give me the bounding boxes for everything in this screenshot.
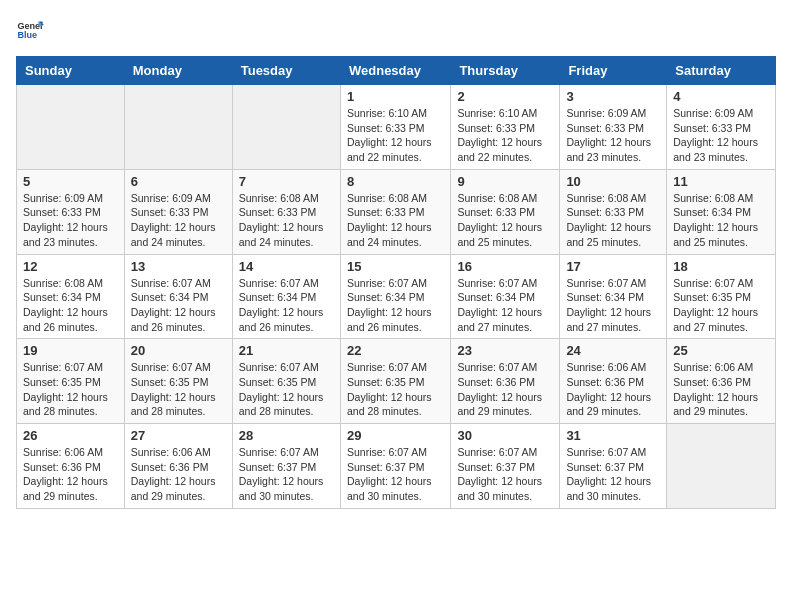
day-info: Sunrise: 6:10 AM Sunset: 6:33 PM Dayligh… — [457, 106, 553, 165]
day-number: 7 — [239, 174, 334, 189]
weekday-header-row: SundayMondayTuesdayWednesdayThursdayFrid… — [17, 57, 776, 85]
calendar-cell: 22Sunrise: 6:07 AM Sunset: 6:35 PM Dayli… — [340, 339, 450, 424]
day-info: Sunrise: 6:06 AM Sunset: 6:36 PM Dayligh… — [673, 360, 769, 419]
day-number: 21 — [239, 343, 334, 358]
calendar-cell: 24Sunrise: 6:06 AM Sunset: 6:36 PM Dayli… — [560, 339, 667, 424]
calendar: SundayMondayTuesdayWednesdayThursdayFrid… — [16, 56, 776, 509]
day-number: 28 — [239, 428, 334, 443]
calendar-cell: 13Sunrise: 6:07 AM Sunset: 6:34 PM Dayli… — [124, 254, 232, 339]
day-info: Sunrise: 6:07 AM Sunset: 6:35 PM Dayligh… — [347, 360, 444, 419]
day-number: 5 — [23, 174, 118, 189]
day-info: Sunrise: 6:07 AM Sunset: 6:37 PM Dayligh… — [457, 445, 553, 504]
day-number: 24 — [566, 343, 660, 358]
weekday-header-saturday: Saturday — [667, 57, 776, 85]
day-number: 3 — [566, 89, 660, 104]
calendar-cell: 10Sunrise: 6:08 AM Sunset: 6:33 PM Dayli… — [560, 169, 667, 254]
day-number: 18 — [673, 259, 769, 274]
day-number: 31 — [566, 428, 660, 443]
calendar-cell: 17Sunrise: 6:07 AM Sunset: 6:34 PM Dayli… — [560, 254, 667, 339]
weekday-header-monday: Monday — [124, 57, 232, 85]
day-info: Sunrise: 6:07 AM Sunset: 6:36 PM Dayligh… — [457, 360, 553, 419]
calendar-cell: 11Sunrise: 6:08 AM Sunset: 6:34 PM Dayli… — [667, 169, 776, 254]
weekday-header-sunday: Sunday — [17, 57, 125, 85]
calendar-cell — [17, 85, 125, 170]
day-number: 22 — [347, 343, 444, 358]
logo: General Blue — [16, 16, 44, 44]
day-info: Sunrise: 6:07 AM Sunset: 6:34 PM Dayligh… — [457, 276, 553, 335]
calendar-cell: 3Sunrise: 6:09 AM Sunset: 6:33 PM Daylig… — [560, 85, 667, 170]
day-info: Sunrise: 6:08 AM Sunset: 6:34 PM Dayligh… — [673, 191, 769, 250]
week-row-3: 12Sunrise: 6:08 AM Sunset: 6:34 PM Dayli… — [17, 254, 776, 339]
calendar-cell: 25Sunrise: 6:06 AM Sunset: 6:36 PM Dayli… — [667, 339, 776, 424]
day-info: Sunrise: 6:08 AM Sunset: 6:33 PM Dayligh… — [347, 191, 444, 250]
day-number: 10 — [566, 174, 660, 189]
day-number: 25 — [673, 343, 769, 358]
day-info: Sunrise: 6:07 AM Sunset: 6:35 PM Dayligh… — [239, 360, 334, 419]
day-number: 6 — [131, 174, 226, 189]
svg-text:Blue: Blue — [17, 30, 37, 40]
day-number: 26 — [23, 428, 118, 443]
day-number: 17 — [566, 259, 660, 274]
calendar-cell: 23Sunrise: 6:07 AM Sunset: 6:36 PM Dayli… — [451, 339, 560, 424]
calendar-cell: 15Sunrise: 6:07 AM Sunset: 6:34 PM Dayli… — [340, 254, 450, 339]
calendar-cell: 6Sunrise: 6:09 AM Sunset: 6:33 PM Daylig… — [124, 169, 232, 254]
day-info: Sunrise: 6:09 AM Sunset: 6:33 PM Dayligh… — [673, 106, 769, 165]
calendar-cell — [124, 85, 232, 170]
day-number: 2 — [457, 89, 553, 104]
calendar-cell: 29Sunrise: 6:07 AM Sunset: 6:37 PM Dayli… — [340, 424, 450, 509]
day-info: Sunrise: 6:07 AM Sunset: 6:34 PM Dayligh… — [239, 276, 334, 335]
day-number: 1 — [347, 89, 444, 104]
weekday-header-wednesday: Wednesday — [340, 57, 450, 85]
day-info: Sunrise: 6:07 AM Sunset: 6:35 PM Dayligh… — [131, 360, 226, 419]
day-number: 20 — [131, 343, 226, 358]
calendar-cell: 14Sunrise: 6:07 AM Sunset: 6:34 PM Dayli… — [232, 254, 340, 339]
calendar-cell: 30Sunrise: 6:07 AM Sunset: 6:37 PM Dayli… — [451, 424, 560, 509]
day-info: Sunrise: 6:07 AM Sunset: 6:35 PM Dayligh… — [23, 360, 118, 419]
day-info: Sunrise: 6:07 AM Sunset: 6:34 PM Dayligh… — [566, 276, 660, 335]
day-number: 8 — [347, 174, 444, 189]
day-number: 19 — [23, 343, 118, 358]
day-number: 12 — [23, 259, 118, 274]
day-number: 15 — [347, 259, 444, 274]
day-number: 11 — [673, 174, 769, 189]
logo-icon: General Blue — [16, 16, 44, 44]
calendar-cell — [667, 424, 776, 509]
calendar-cell: 26Sunrise: 6:06 AM Sunset: 6:36 PM Dayli… — [17, 424, 125, 509]
day-info: Sunrise: 6:07 AM Sunset: 6:35 PM Dayligh… — [673, 276, 769, 335]
weekday-header-friday: Friday — [560, 57, 667, 85]
weekday-header-tuesday: Tuesday — [232, 57, 340, 85]
day-info: Sunrise: 6:07 AM Sunset: 6:37 PM Dayligh… — [566, 445, 660, 504]
calendar-cell: 31Sunrise: 6:07 AM Sunset: 6:37 PM Dayli… — [560, 424, 667, 509]
day-info: Sunrise: 6:09 AM Sunset: 6:33 PM Dayligh… — [131, 191, 226, 250]
day-info: Sunrise: 6:06 AM Sunset: 6:36 PM Dayligh… — [23, 445, 118, 504]
week-row-5: 26Sunrise: 6:06 AM Sunset: 6:36 PM Dayli… — [17, 424, 776, 509]
calendar-cell: 1Sunrise: 6:10 AM Sunset: 6:33 PM Daylig… — [340, 85, 450, 170]
calendar-cell: 18Sunrise: 6:07 AM Sunset: 6:35 PM Dayli… — [667, 254, 776, 339]
day-info: Sunrise: 6:07 AM Sunset: 6:37 PM Dayligh… — [239, 445, 334, 504]
week-row-2: 5Sunrise: 6:09 AM Sunset: 6:33 PM Daylig… — [17, 169, 776, 254]
day-info: Sunrise: 6:08 AM Sunset: 6:33 PM Dayligh… — [457, 191, 553, 250]
week-row-1: 1Sunrise: 6:10 AM Sunset: 6:33 PM Daylig… — [17, 85, 776, 170]
day-info: Sunrise: 6:07 AM Sunset: 6:34 PM Dayligh… — [347, 276, 444, 335]
calendar-cell: 20Sunrise: 6:07 AM Sunset: 6:35 PM Dayli… — [124, 339, 232, 424]
day-number: 16 — [457, 259, 553, 274]
day-info: Sunrise: 6:08 AM Sunset: 6:34 PM Dayligh… — [23, 276, 118, 335]
day-info: Sunrise: 6:06 AM Sunset: 6:36 PM Dayligh… — [131, 445, 226, 504]
calendar-cell: 4Sunrise: 6:09 AM Sunset: 6:33 PM Daylig… — [667, 85, 776, 170]
calendar-cell: 16Sunrise: 6:07 AM Sunset: 6:34 PM Dayli… — [451, 254, 560, 339]
day-info: Sunrise: 6:10 AM Sunset: 6:33 PM Dayligh… — [347, 106, 444, 165]
day-info: Sunrise: 6:08 AM Sunset: 6:33 PM Dayligh… — [566, 191, 660, 250]
day-info: Sunrise: 6:09 AM Sunset: 6:33 PM Dayligh… — [566, 106, 660, 165]
calendar-cell: 12Sunrise: 6:08 AM Sunset: 6:34 PM Dayli… — [17, 254, 125, 339]
day-number: 29 — [347, 428, 444, 443]
day-number: 23 — [457, 343, 553, 358]
header: General Blue — [16, 16, 776, 44]
calendar-cell: 8Sunrise: 6:08 AM Sunset: 6:33 PM Daylig… — [340, 169, 450, 254]
calendar-cell: 5Sunrise: 6:09 AM Sunset: 6:33 PM Daylig… — [17, 169, 125, 254]
calendar-cell: 9Sunrise: 6:08 AM Sunset: 6:33 PM Daylig… — [451, 169, 560, 254]
day-number: 9 — [457, 174, 553, 189]
day-info: Sunrise: 6:09 AM Sunset: 6:33 PM Dayligh… — [23, 191, 118, 250]
day-info: Sunrise: 6:07 AM Sunset: 6:34 PM Dayligh… — [131, 276, 226, 335]
day-info: Sunrise: 6:07 AM Sunset: 6:37 PM Dayligh… — [347, 445, 444, 504]
calendar-cell: 2Sunrise: 6:10 AM Sunset: 6:33 PM Daylig… — [451, 85, 560, 170]
